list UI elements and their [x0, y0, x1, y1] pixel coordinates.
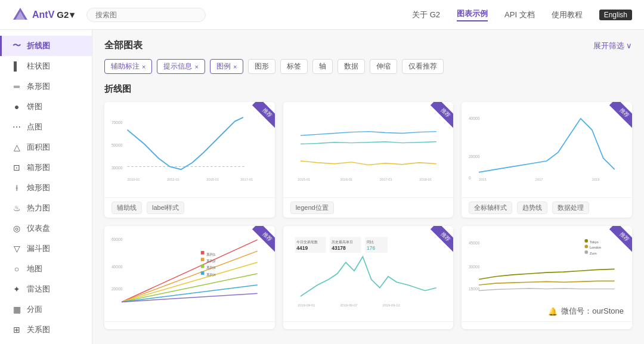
svg-text:2015: 2015 [479, 178, 487, 181]
nav-api-docs[interactable]: API 文档 [504, 10, 535, 20]
chart-footer-2: 全标轴样式 趋势线 数据处理 [462, 197, 632, 218]
chart-card-3[interactable]: 推荐 60000 40000 20000 [104, 226, 275, 329]
chart-tag[interactable]: 趋势线 [517, 202, 547, 214]
filter-label: 图例 [216, 61, 231, 72]
filter-recommended[interactable]: 仅看推荐 [402, 59, 444, 74]
sidebar-item-pie[interactable]: ● 饼图 [0, 97, 92, 117]
chart-card-0[interactable]: 推荐 70000 50000 30000 2010-01 2012 [104, 102, 275, 218]
svg-text:40000: 40000 [469, 116, 480, 120]
sidebar-item-line[interactable]: 〜 折线图 [0, 36, 92, 56]
ribbon-4: 推荐 [422, 226, 453, 257]
sidebar-item-label: 热力图 [27, 203, 50, 213]
svg-point-48 [585, 245, 589, 249]
svg-text:2019-09-07: 2019-09-07 [340, 303, 357, 307]
svg-text:2017: 2017 [535, 178, 543, 181]
svg-text:2019-09-01: 2019-09-01 [298, 303, 315, 307]
sidebar-item-label: 柱状图 [27, 61, 50, 72]
sidebar-item-area[interactable]: △ 面积图 [0, 137, 92, 157]
filter-close-icon[interactable]: × [233, 63, 237, 70]
filter-tooltip[interactable]: 提示信息 × [157, 59, 205, 74]
page-title: 全部图表 [104, 39, 143, 52]
sidebar-item-label: 折线图 [27, 41, 50, 51]
section-title: 折线图 [104, 83, 632, 95]
sidebar-item-scatter[interactable]: ⋯ 点图 [0, 117, 92, 137]
chart-tag[interactable]: 全标轴样式 [469, 202, 512, 214]
expand-filter-button[interactable]: 展开筛选 ∨ [593, 41, 632, 51]
svg-text:30000: 30000 [112, 166, 123, 170]
nav-tutorials[interactable]: 使用教程 [552, 10, 583, 20]
ribbon-5: 推荐 [601, 226, 632, 257]
sidebar-item-label: 关系图 [27, 324, 50, 335]
relation-icon: ⊞ [11, 325, 22, 334]
ribbon-2: 推荐 [601, 102, 632, 133]
sidebar-item-box[interactable]: ⊡ 箱形图 [0, 157, 92, 178]
sidebar-item-label: 饼图 [27, 101, 42, 112]
filter-legend[interactable]: 图例 × [210, 59, 243, 74]
header: AntV G2 ▾ 关于 G2 图表示例 API 文档 使用教程 English [0, 0, 644, 30]
sidebar-item-hbar[interactable]: ═ 条形图 [0, 76, 92, 97]
filter-close-icon[interactable]: × [194, 63, 198, 70]
svg-text:2012-01: 2012-01 [167, 178, 179, 181]
chart-footer-5 [462, 321, 632, 329]
filter-label-tag[interactable]: 标签 [280, 59, 308, 74]
svg-text:系列1: 系列1 [206, 253, 215, 256]
expand-filter-label: 展开筛选 [593, 41, 624, 51]
ribbon-label-2: 推荐 [609, 102, 632, 128]
nav-language[interactable]: English [599, 10, 632, 20]
sidebar-item-bar[interactable]: ▌ 柱状图 [0, 56, 92, 76]
search-input[interactable] [86, 8, 206, 22]
sidebar-item-other[interactable]: ◈ 其他图表 [0, 340, 92, 344]
nav-about-g2[interactable]: 关于 G2 [412, 10, 440, 20]
antv-logo-icon [12, 7, 29, 23]
watermark-icon: 🔔 [548, 307, 558, 316]
sidebar-item-gauge[interactable]: ◎ 仪表盘 [0, 218, 92, 238]
chart-tag[interactable]: legend位置 [290, 202, 334, 214]
chart-card-4[interactable]: 推荐 今日交易笔数 4419 历史最高单日 43178 同比 176 [283, 226, 454, 329]
logo[interactable]: AntV [12, 7, 54, 23]
sidebar-item-label: 点图 [27, 122, 42, 132]
sidebar-item-funnel[interactable]: ▽ 漏斗图 [0, 238, 92, 259]
svg-text:历史最高单日: 历史最高单日 [332, 240, 353, 244]
filter-data[interactable]: 数据 [338, 59, 365, 74]
sidebar-item-facet[interactable]: ▦ 分面 [0, 299, 92, 320]
g2-selector[interactable]: G2 ▾ [57, 10, 75, 20]
filter-bar: 辅助标注 × 提示信息 × 图例 × 图形 标签 轴 数据 伸缩 仅看推荐 [104, 59, 632, 74]
filter-label: 辅助标注 [111, 61, 140, 72]
filter-zoom[interactable]: 伸缩 [370, 59, 397, 74]
svg-text:今日交易笔数: 今日交易笔数 [296, 240, 318, 244]
filter-label: 提示信息 [163, 61, 192, 72]
chart-card-1[interactable]: 推荐 2015-01 2016-01 2017-01 2018-01 [283, 102, 454, 218]
sidebar-item-map[interactable]: ○ 地图 [0, 259, 92, 279]
svg-point-50 [585, 250, 589, 254]
sidebar-item-relation[interactable]: ⊞ 关系图 [0, 320, 92, 340]
svg-text:Zurn: Zurn [590, 252, 597, 255]
filter-auxiliary-annotation[interactable]: 辅助标注 × [104, 59, 152, 74]
filter-shape[interactable]: 图形 [248, 59, 275, 74]
svg-text:2010-01: 2010-01 [127, 178, 140, 181]
chart-card-2[interactable]: 推荐 40000 20000 0 2015 2017 2019 全标轴样式 [462, 102, 632, 218]
box-chart-icon: ⊡ [11, 163, 22, 172]
chart-tag[interactable]: label样式 [147, 202, 184, 214]
line-chart-icon: 〜 [11, 41, 22, 51]
svg-text:4419: 4419 [296, 245, 308, 251]
svg-rect-29 [201, 271, 205, 275]
sidebar-item-candle[interactable]: ⫲ 烛形图 [0, 178, 92, 198]
ribbon-label-5: 推荐 [609, 226, 632, 252]
svg-rect-23 [201, 251, 205, 255]
sidebar-item-radar[interactable]: ✦ 雷达图 [0, 279, 92, 299]
filter-axis[interactable]: 轴 [312, 59, 333, 74]
filter-close-icon[interactable]: × [142, 63, 145, 70]
chart-tag[interactable]: 数据处理 [552, 202, 589, 214]
nav-chart-examples[interactable]: 图表示例 [457, 8, 488, 21]
svg-text:45000: 45000 [469, 241, 480, 245]
svg-text:系列4: 系列4 [206, 273, 215, 277]
chart-tag[interactable]: 辅助线 [112, 202, 142, 214]
chart-footer-0: 辅助线 label样式 [104, 197, 275, 218]
sidebar-item-heatmap[interactable]: ♨ 热力图 [0, 198, 92, 218]
gauge-icon: ◎ [11, 224, 22, 233]
svg-rect-25 [201, 258, 205, 261]
g2-arrow-icon: ▾ [70, 10, 75, 20]
sidebar-item-label: 雷达图 [27, 284, 50, 295]
sidebar-item-label: 漏斗图 [27, 243, 50, 254]
facet-icon: ▦ [11, 305, 22, 314]
